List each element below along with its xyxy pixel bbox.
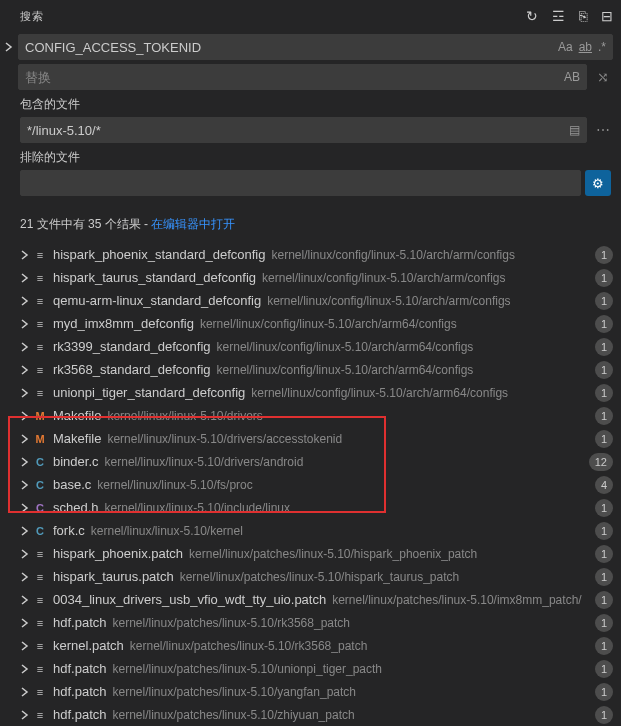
- file-name: fork.c: [53, 523, 85, 538]
- chevron-right-icon: [20, 388, 32, 398]
- result-item[interactable]: ≡hispark_phoenix_standard_defconfigkerne…: [0, 243, 621, 266]
- file-path: kernel/linux/patches/linux-5.10/yangfan_…: [113, 685, 587, 699]
- result-item[interactable]: ≡hispark_phoenix.patchkernel/linux/patch…: [0, 542, 621, 565]
- result-item[interactable]: Cbinder.ckernel/linux/linux-5.10/drivers…: [0, 450, 621, 473]
- chevron-right-icon: [20, 572, 32, 582]
- clear-icon[interactable]: ☲: [552, 8, 565, 24]
- results-summary: 21 文件中有 35 个结果 - 在编辑器中打开: [0, 206, 621, 243]
- match-count-badge: 1: [595, 568, 613, 586]
- file-path: kernel/linux/patches/linux-5.10/hispark_…: [180, 570, 587, 584]
- match-count-badge: 1: [595, 614, 613, 632]
- result-item[interactable]: MMakefilekernel/linux/linux-5.10/drivers…: [0, 427, 621, 450]
- file-type-icon: ≡: [32, 270, 48, 286]
- result-item[interactable]: Cfork.ckernel/linux/linux-5.10/kernel1: [0, 519, 621, 542]
- whole-word-icon[interactable]: ab: [579, 40, 592, 54]
- chevron-right-icon: [20, 549, 32, 559]
- chevron-right-icon: [20, 480, 32, 490]
- file-name: hispark_taurus.patch: [53, 569, 174, 584]
- file-name: hdf.patch: [53, 707, 107, 722]
- regex-icon[interactable]: .*: [598, 40, 606, 54]
- file-name: kernel.patch: [53, 638, 124, 653]
- file-name: hdf.patch: [53, 661, 107, 676]
- file-path: kernel/linux/config/linux-5.10/arch/arm6…: [217, 340, 587, 354]
- include-options: ▤: [569, 123, 580, 137]
- file-type-icon: M: [32, 408, 48, 424]
- replace-all-icon[interactable]: ⤭: [593, 69, 613, 85]
- match-count-badge: 1: [595, 269, 613, 287]
- file-name: qemu-arm-linux_standard_defconfig: [53, 293, 261, 308]
- file-name: rk3399_standard_defconfig: [53, 339, 211, 354]
- case-sensitive-icon[interactable]: Aa: [558, 40, 573, 54]
- file-name: unionpi_tiger_standard_defconfig: [53, 385, 245, 400]
- file-type-icon: ≡: [32, 661, 48, 677]
- result-item[interactable]: ≡0034_linux_drivers_usb_vfio_wdt_tty_uio…: [0, 588, 621, 611]
- include-label: 包含的文件: [0, 92, 621, 115]
- match-count-badge: 1: [595, 338, 613, 356]
- collapse-icon[interactable]: ⊟: [601, 8, 613, 24]
- file-name: Makefile: [53, 408, 101, 423]
- replace-input[interactable]: [25, 70, 564, 85]
- include-input[interactable]: [27, 123, 569, 138]
- file-path: kernel/linux/config/linux-5.10/arch/arm/…: [272, 248, 587, 262]
- include-row: ▤ ⋯: [0, 115, 621, 145]
- file-name: 0034_linux_drivers_usb_vfio_wdt_tty_uio.…: [53, 592, 326, 607]
- search-input[interactable]: [25, 40, 558, 55]
- file-path: kernel/linux/patches/linux-5.10/rk3568_p…: [130, 639, 587, 653]
- file-type-icon: ≡: [32, 362, 48, 378]
- exclude-input[interactable]: [27, 176, 574, 191]
- match-count-badge: 1: [595, 706, 613, 724]
- match-count-badge: 12: [589, 453, 613, 471]
- result-item[interactable]: ≡hispark_taurus_standard_defconfigkernel…: [0, 266, 621, 289]
- exclude-row: ⚙: [0, 168, 621, 198]
- refresh-icon[interactable]: ↻: [526, 8, 538, 24]
- file-path: kernel/linux/patches/linux-5.10/rk3568_p…: [113, 616, 587, 630]
- file-type-icon: ≡: [32, 293, 48, 309]
- replace-row: AB ⤭: [0, 62, 621, 92]
- file-type-icon: ≡: [32, 316, 48, 332]
- new-file-icon[interactable]: ⎘: [579, 8, 587, 24]
- chevron-right-icon: [20, 273, 32, 283]
- result-item[interactable]: ≡unionpi_tiger_standard_defconfigkernel/…: [0, 381, 621, 404]
- result-item[interactable]: ≡hdf.patchkernel/linux/patches/linux-5.1…: [0, 657, 621, 680]
- file-path: kernel/linux/linux-5.10/kernel: [91, 524, 587, 538]
- preserve-case-icon[interactable]: AB: [564, 70, 580, 84]
- chevron-right-icon: [20, 319, 32, 329]
- ellipsis-icon[interactable]: ⋯: [593, 122, 613, 138]
- file-type-icon: ≡: [32, 339, 48, 355]
- file-path: kernel/linux/linux-5.10/drivers/accessto…: [107, 432, 586, 446]
- match-count-badge: 1: [595, 292, 613, 310]
- result-item[interactable]: ≡myd_imx8mm_defconfigkernel/linux/config…: [0, 312, 621, 335]
- result-item[interactable]: Cbase.ckernel/linux/linux-5.10/fs/proc4: [0, 473, 621, 496]
- match-count-badge: 1: [595, 315, 613, 333]
- panel-title: 搜索: [20, 9, 43, 24]
- chevron-right-icon: [20, 296, 32, 306]
- file-path: kernel/linux/config/linux-5.10/arch/arm6…: [200, 317, 587, 331]
- header-actions: ↻ ☲ ⎘ ⊟: [526, 8, 613, 24]
- result-item[interactable]: Csched.hkernel/linux/linux-5.10/include/…: [0, 496, 621, 519]
- file-name: sched.h: [53, 500, 99, 515]
- result-item[interactable]: ≡hdf.patchkernel/linux/patches/linux-5.1…: [0, 680, 621, 703]
- result-item[interactable]: ≡rk3399_standard_defconfigkernel/linux/c…: [0, 335, 621, 358]
- chevron-right-icon: [20, 342, 32, 352]
- result-item[interactable]: ≡qemu-arm-linux_standard_defconfigkernel…: [0, 289, 621, 312]
- result-item[interactable]: ≡hdf.patchkernel/linux/patches/linux-5.1…: [0, 703, 621, 726]
- file-name: hdf.patch: [53, 684, 107, 699]
- expand-toggle[interactable]: [2, 42, 16, 52]
- chevron-right-icon: [20, 526, 32, 536]
- result-item[interactable]: ≡hispark_taurus.patchkernel/linux/patche…: [0, 565, 621, 588]
- book-icon[interactable]: ▤: [569, 123, 580, 137]
- file-path: kernel/linux/patches/linux-5.10/hispark_…: [189, 547, 587, 561]
- result-item[interactable]: ≡rk3568_standard_defconfigkernel/linux/c…: [0, 358, 621, 381]
- chevron-right-icon: [20, 434, 32, 444]
- file-path: kernel/linux/patches/linux-5.10/zhiyuan_…: [113, 708, 587, 722]
- result-item[interactable]: ≡kernel.patchkernel/linux/patches/linux-…: [0, 634, 621, 657]
- file-path: kernel/linux/patches/linux-5.10/imx8mm_p…: [332, 593, 587, 607]
- match-count-badge: 1: [595, 361, 613, 379]
- open-in-editor-link[interactable]: 在编辑器中打开: [151, 217, 235, 231]
- chevron-right-icon: [20, 595, 32, 605]
- result-item[interactable]: MMakefilekernel/linux/linux-5.10/drivers…: [0, 404, 621, 427]
- match-count-badge: 4: [595, 476, 613, 494]
- gear-icon[interactable]: ⚙: [585, 170, 611, 196]
- file-path: kernel/linux/linux-5.10/drivers: [107, 409, 586, 423]
- result-item[interactable]: ≡hdf.patchkernel/linux/patches/linux-5.1…: [0, 611, 621, 634]
